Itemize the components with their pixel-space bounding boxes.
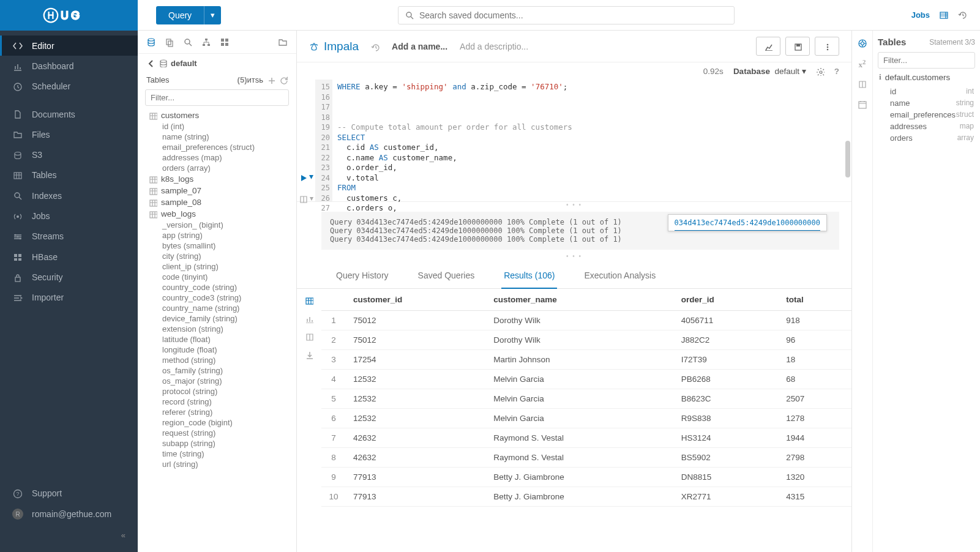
col-header[interactable] [321, 289, 346, 311]
column-item[interactable]: orders (array) [138, 163, 296, 173]
column-item[interactable]: os_family (string) [138, 365, 296, 376]
column-item[interactable]: country_code (string) [138, 282, 296, 293]
column-item[interactable]: longitude (float) [138, 345, 296, 355]
help-icon[interactable]: ? [834, 67, 839, 76]
table-row[interactable]: 612532Melvin GarciaR9S8381278 [321, 409, 851, 428]
nav-item-documents[interactable]: Documents [0, 104, 138, 124]
results-grid-icon[interactable] [305, 295, 313, 305]
schema-column[interactable]: email_preferencesstruct [878, 109, 975, 121]
table-row[interactable]: 412532Melvin GarciaPB626868 [321, 370, 851, 389]
table-row[interactable]: 977913Betty J. GiambroneDN88151320 [321, 468, 851, 487]
column-item[interactable]: extension (string) [138, 324, 296, 334]
jobs-link[interactable]: Jobs [911, 10, 930, 20]
sql-editor[interactable]: WHERE a.key = 'shipping' and a.zip_code … [332, 80, 851, 201]
results-columns-icon[interactable] [305, 332, 313, 341]
collapse-nav-icon[interactable]: « [121, 531, 125, 540]
presentation-icon[interactable]: ▾ [297, 194, 315, 203]
editor-scrollbar[interactable] [845, 141, 850, 177]
table-row[interactable]: 512532Melvin GarciaB8623C2507 [321, 389, 851, 409]
engine-selector[interactable]: Impala [309, 40, 359, 53]
assist-target-icon[interactable] [858, 38, 867, 48]
database-selector[interactable]: default ▾ [774, 67, 806, 76]
more-button[interactable] [815, 37, 839, 56]
column-item[interactable]: os_major (string) [138, 376, 296, 386]
nav-item-dashboard[interactable]: Dashboard [0, 56, 138, 76]
column-item[interactable]: city (string) [138, 251, 296, 261]
col-header[interactable]: customer_id [346, 289, 486, 311]
run-button[interactable]: ▾ [297, 171, 315, 181]
column-item[interactable]: referer (string) [138, 407, 296, 417]
history-icon[interactable] [958, 10, 968, 20]
table-item[interactable]: sample_08 [138, 196, 296, 208]
search-box[interactable] [398, 6, 735, 24]
column-item[interactable]: time (string) [138, 449, 296, 459]
support-link[interactable]: Support [0, 483, 138, 504]
column-item[interactable]: country_name (string) [138, 303, 296, 313]
nav-item-jobs[interactable]: Jobs [0, 206, 138, 226]
table-row[interactable]: 1077913Betty J. GiambroneXR27714315 [321, 487, 851, 507]
results-download-icon[interactable] [305, 349, 313, 359]
nav-item-scheduler[interactable]: Scheduler [0, 76, 138, 97]
nav-item-streams[interactable]: Streams [0, 226, 138, 247]
drag-handle-bottom[interactable]: • • • [297, 253, 851, 259]
column-item[interactable]: code (tinyint) [138, 272, 296, 282]
query-button[interactable]: Query [156, 6, 204, 24]
column-item[interactable]: record (string) [138, 397, 296, 407]
save-button[interactable] [785, 37, 810, 56]
nav-item-s3[interactable]: S3 [0, 144, 138, 165]
assist-files-icon[interactable] [165, 37, 174, 47]
table-row[interactable]: 175012Dorothy Wilk4056711918 [321, 311, 851, 330]
nav-item-tables[interactable]: Tables [0, 165, 138, 185]
nav-item-editor[interactable]: Editor [0, 35, 138, 56]
col-header[interactable]: order_id [674, 289, 779, 311]
column-item[interactable]: protocol (string) [138, 386, 296, 397]
assist-folder-icon[interactable] [278, 37, 288, 47]
column-item[interactable]: url (string) [138, 459, 296, 469]
column-item[interactable]: app (string) [138, 230, 296, 241]
table-row[interactable]: 275012Dorothy WilkJ882C296 [321, 330, 851, 350]
column-item[interactable]: subapp (string) [138, 438, 296, 449]
results-chart-icon[interactable] [305, 313, 313, 323]
user-menu[interactable]: Rromain@gethue.com [0, 504, 138, 524]
add-table-icon[interactable] [267, 75, 275, 85]
column-item[interactable]: email_preferences (struct) [138, 142, 296, 152]
assist-book-icon[interactable] [858, 80, 867, 90]
add-desc-input[interactable]: Add a descriptio... [460, 42, 528, 51]
schema-column[interactable]: namestring [878, 97, 975, 109]
tab-execution-analysis[interactable]: Execution Analysis [582, 266, 658, 288]
right-filter-input[interactable] [878, 52, 975, 69]
schema-column[interactable]: addressesmap [878, 121, 975, 132]
assist-sitemap-icon[interactable] [201, 37, 211, 47]
assist-search-icon[interactable] [183, 37, 193, 47]
query-dropdown[interactable]: ▾ [204, 6, 221, 24]
table-item[interactable]: k8s_logs [138, 173, 296, 185]
schema-column[interactable]: idint [878, 86, 975, 97]
table-row[interactable]: 742632Raymond S. VestalHS31241944 [321, 428, 851, 448]
column-item[interactable]: client_ip (string) [138, 261, 296, 272]
column-item[interactable]: method (string) [138, 355, 296, 365]
tab-saved-queries[interactable]: Saved Queries [416, 266, 477, 288]
chart-button[interactable] [756, 37, 780, 56]
add-name-input[interactable]: Add a name... [392, 42, 447, 51]
settings-icon[interactable] [816, 67, 825, 76]
assist-superscript-icon[interactable]: x2 [859, 58, 866, 70]
editor-history-icon[interactable] [371, 42, 380, 51]
nav-item-security[interactable]: Security [0, 267, 138, 287]
column-item[interactable]: id (int) [138, 121, 296, 132]
column-item[interactable]: device_family (string) [138, 313, 296, 324]
schema-table-item[interactable]: i default.customers [878, 69, 975, 86]
assist-db-icon[interactable] [146, 37, 156, 47]
hue-logo[interactable] [0, 0, 138, 31]
column-item[interactable]: request (string) [138, 428, 296, 438]
tab-query-history[interactable]: Query History [334, 266, 391, 288]
assist-grid-icon[interactable] [220, 37, 230, 47]
table-row[interactable]: 842632Raymond S. VestalBS59022798 [321, 448, 851, 468]
tab-results[interactable]: Results (106) [501, 266, 557, 289]
assist-calendar-icon[interactable] [858, 99, 867, 110]
column-item[interactable]: addresses (map) [138, 152, 296, 163]
table-row[interactable]: 317254Martin JohnsonI72T3918 [321, 350, 851, 370]
nav-item-indexes[interactable]: Indexes [0, 185, 138, 206]
assist-filter-input[interactable] [145, 89, 289, 106]
schema-column[interactable]: ordersarray [878, 132, 975, 144]
table-item[interactable]: sample_07 [138, 185, 296, 196]
